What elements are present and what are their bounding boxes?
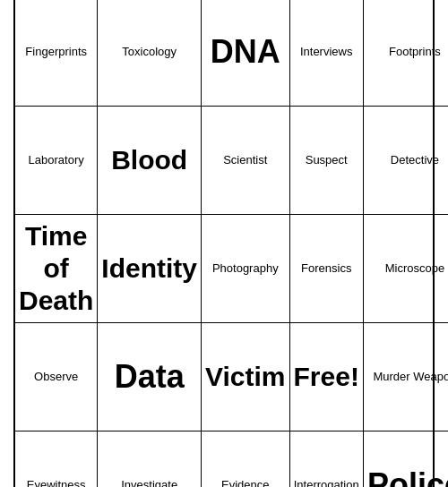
bingo-cell: Police [364, 431, 448, 488]
cell-text: Data [115, 357, 185, 396]
bingo-cell: Free! [290, 323, 364, 431]
bingo-cell: Laboratory [15, 107, 98, 215]
cell-text: Interrogation [294, 478, 359, 487]
cell-text: Photography [212, 261, 279, 276]
cell-text: Fingerprints [25, 45, 87, 59]
bingo-card: BINGO FingerprintsToxicologyDNAInterview… [13, 0, 435, 487]
bingo-cell: Victim [202, 323, 290, 431]
cell-text: Microscope [385, 261, 444, 276]
cell-text: Evidence [221, 478, 269, 487]
bingo-cell: DNA [202, 0, 290, 107]
cell-text: Victim [205, 361, 286, 393]
bingo-cell: Investigate [98, 431, 202, 488]
bingo-cell: Interrogation [290, 431, 364, 488]
cell-text: Police [367, 466, 448, 487]
bingo-cell: Fingerprints [15, 0, 98, 107]
bingo-cell: Interviews [290, 0, 364, 107]
bingo-cell: Forensics [290, 215, 364, 323]
bingo-cell: Scientist [202, 107, 290, 215]
bingo-cell: Photography [202, 215, 290, 323]
bingo-cell: Microscope [364, 215, 448, 323]
bingo-cell: Detective [364, 107, 448, 215]
bingo-grid: FingerprintsToxicologyDNAInterviewsFootp… [15, 0, 433, 487]
cell-text: Time of Death [19, 220, 93, 317]
cell-text: Identity [101, 252, 197, 285]
cell-text: Laboratory [29, 153, 84, 167]
bingo-cell: Blood [98, 107, 202, 215]
cell-text: Suspect [306, 153, 348, 167]
bingo-cell: Evidence [202, 431, 290, 488]
bingo-cell: Observe [15, 323, 98, 431]
cell-text: Interviews [300, 45, 353, 59]
bingo-cell: Identity [98, 215, 202, 323]
bingo-cell: Suspect [290, 107, 364, 215]
cell-text: Detective [391, 153, 439, 167]
bingo-cell: Data [98, 323, 202, 431]
cell-text: Investigate [121, 478, 177, 487]
cell-text: DNA [211, 32, 280, 71]
bingo-cell: Toxicology [98, 0, 202, 107]
cell-text: Toxicology [122, 45, 177, 59]
cell-text: Scientist [223, 153, 267, 167]
cell-text: Blood [111, 144, 187, 176]
cell-text: Observe [34, 370, 78, 384]
bingo-cell: Eyewitness [15, 431, 98, 488]
cell-text: Forensics [301, 261, 351, 276]
bingo-cell: Time of Death [15, 215, 98, 323]
cell-text: Eyewitness [27, 478, 86, 487]
bingo-cell: Murder Weapon [364, 323, 448, 431]
bingo-cell: Footprints [364, 0, 448, 107]
cell-text: Free! [294, 361, 359, 393]
cell-text: Murder Weapon [373, 370, 448, 384]
cell-text: Footprints [389, 45, 441, 59]
